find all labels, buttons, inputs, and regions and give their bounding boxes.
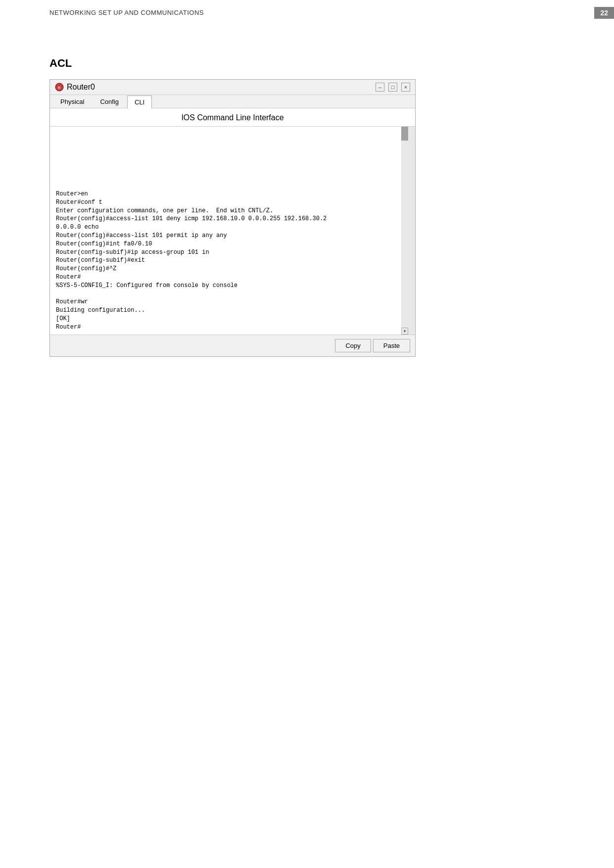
router-icon: R [55, 83, 64, 92]
maximize-button[interactable]: □ [388, 83, 397, 92]
terminal-area[interactable]: Router>en Router#conf t Enter configurat… [50, 127, 415, 335]
page-number: 22 [594, 7, 614, 19]
title-bar-left: R Router0 [55, 83, 95, 92]
scrollbar-track: ▲ ▼ [401, 127, 408, 335]
tab-physical[interactable]: Physical [53, 95, 92, 108]
section-heading: ACL [49, 57, 72, 70]
tab-cli[interactable]: CLI [127, 96, 152, 108]
bottom-bar: Copy Paste [50, 335, 415, 356]
tab-bar: Physical Config CLI [50, 95, 415, 108]
tab-config[interactable]: Config [93, 95, 126, 108]
terminal-content: Router>en Router#conf t Enter configurat… [56, 131, 402, 332]
svg-text:R: R [58, 86, 61, 90]
close-button[interactable]: × [401, 83, 410, 92]
copy-button[interactable]: Copy [335, 339, 371, 352]
window-title: Router0 [67, 83, 95, 92]
page-header-text: NETWORKING SET UP AND COMMUNICATIONS [49, 9, 204, 16]
scrollbar-down-arrow[interactable]: ▼ [401, 328, 408, 335]
scrollbar-thumb[interactable] [401, 127, 408, 141]
router-window: R Router0 – □ × Physical Config CLI IOS … [49, 79, 416, 357]
title-bar: R Router0 – □ × [50, 80, 415, 95]
ios-container: IOS Command Line Interface Router>en Rou… [50, 108, 415, 335]
ios-title: IOS Command Line Interface [50, 108, 415, 127]
paste-button[interactable]: Paste [373, 339, 410, 352]
window-controls: – □ × [376, 83, 410, 92]
minimize-button[interactable]: – [376, 83, 384, 92]
